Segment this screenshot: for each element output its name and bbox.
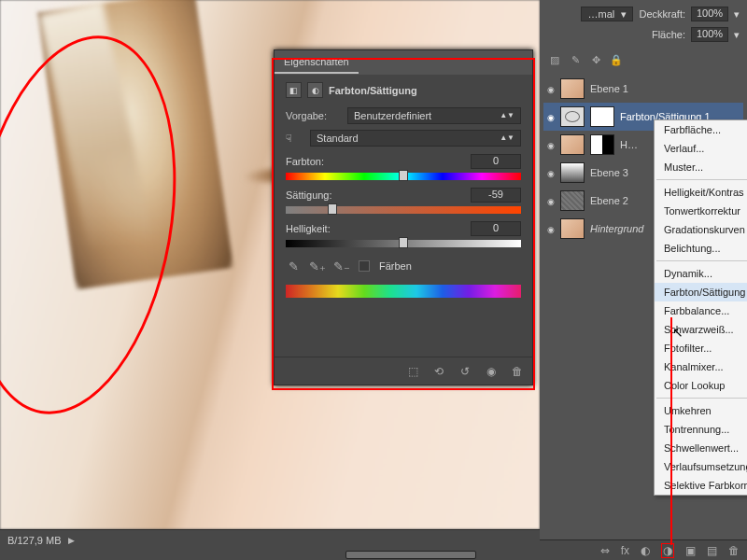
trash-icon[interactable]: 🗑	[728, 544, 740, 557]
menu-item[interactable]: Schwellenwert...	[655, 439, 747, 457]
mask-add-icon[interactable]: ◐	[641, 544, 650, 557]
adjustment-context-menu[interactable]: Farbfläche...Verlauf...Muster...Helligke…	[654, 119, 747, 496]
visibility-icon[interactable]	[547, 223, 555, 234]
adjustment-layer-icon[interactable]: ◑	[661, 543, 674, 558]
lightness-label: Helligkeit:	[286, 223, 331, 234]
doc-info: B/127,9 MB	[7, 535, 61, 546]
layer-thumb	[560, 78, 585, 99]
panel-title: Farbton/Sättigung	[329, 85, 417, 96]
blend-mode-select[interactable]: …mal ▾	[581, 7, 633, 21]
hue-slider[interactable]	[286, 173, 521, 180]
menu-item[interactable]: Kanalmixer...	[655, 357, 747, 376]
trash-icon[interactable]: 🗑	[510, 364, 525, 379]
lightness-input[interactable]: 0	[471, 221, 521, 236]
mask-thumb[interactable]	[590, 106, 614, 127]
eyedropper-subtract-icon[interactable]: ✎₋	[334, 259, 349, 273]
menu-item[interactable]: Gradationskurven	[655, 220, 747, 239]
layer-thumb	[560, 134, 585, 155]
menu-item[interactable]: Tontrennung...	[655, 420, 747, 439]
preset-select[interactable]: Benutzerdefiniert ▲▼	[347, 107, 521, 124]
layers-bottom-bar: ⇔ fx ◐ ◑ ▣ ▤ 🗑	[540, 539, 747, 560]
preset-label: Vorgabe:	[286, 110, 342, 121]
chevron-down-icon: ▲▼	[500, 134, 514, 142]
preset-value: Benutzerdefiniert	[354, 110, 431, 121]
menu-item[interactable]: Color Lookup	[655, 376, 747, 395]
menu-item[interactable]: Farbton/Sättigung	[655, 283, 747, 301]
range-select[interactable]: Standard ▲▼	[310, 130, 521, 147]
lock-icon[interactable]: ▨	[547, 52, 562, 67]
adjustment-icon: ◧	[286, 82, 302, 98]
layer-row[interactable]: Ebene 1	[543, 75, 743, 103]
menu-separator	[656, 179, 747, 180]
visibility-icon[interactable]	[547, 167, 555, 178]
fill-input[interactable]: 100%	[691, 27, 728, 42]
lightness-knob[interactable]	[399, 237, 408, 248]
scrollbar-thumb[interactable]	[345, 551, 476, 559]
eyedropper-add-icon[interactable]: ✎₊	[310, 259, 325, 273]
visibility-icon[interactable]	[547, 139, 555, 150]
link-layers-icon[interactable]: ⇔	[600, 544, 610, 557]
menu-item[interactable]: Belichtung...	[655, 239, 747, 258]
colorize-checkbox[interactable]	[359, 260, 370, 272]
finger-icon[interactable]: ☟	[286, 133, 304, 145]
status-bar: B/127,9 MB ▶	[0, 529, 540, 550]
fill-label: Fläche:	[652, 29, 685, 40]
menu-item[interactable]: Muster...	[655, 158, 747, 176]
mask-icon: ◐	[307, 82, 323, 98]
clip-icon[interactable]: ⬚	[405, 364, 420, 379]
properties-panel: Eigenschaften ◧ ◐ Farbton/Sättigung Vorg…	[274, 49, 533, 385]
colorize-label: Färben	[379, 260, 412, 272]
menu-item[interactable]: Umkehren	[655, 401, 747, 420]
chevron-down-icon: ▲▼	[500, 112, 514, 119]
menu-item[interactable]: Tonwertkorrektur	[655, 202, 747, 220]
lock-toolbar: ▨ ✎ ✥ 🔒	[540, 50, 747, 73]
visibility-icon[interactable]	[547, 111, 555, 122]
menu-item[interactable]: Farbbalance...	[655, 301, 747, 320]
visibility-icon[interactable]	[547, 83, 555, 94]
lock-all-icon[interactable]: 🔒	[609, 52, 624, 67]
menu-item[interactable]: Fotofilter...	[655, 339, 747, 357]
visibility-icon[interactable]: ◉	[484, 364, 499, 379]
chevron-down-icon[interactable]: ▾	[734, 8, 740, 21]
horizontal-scrollbar[interactable]	[0, 550, 540, 560]
brush-icon[interactable]: ✎	[568, 52, 583, 67]
folder-icon[interactable]: ▣	[685, 544, 696, 557]
menu-item[interactable]: Selektive Farbkorr	[655, 476, 747, 495]
blend-mode-value: …mal	[587, 8, 614, 20]
hue-input[interactable]: 0	[471, 154, 521, 169]
lightness-slider[interactable]	[286, 240, 521, 247]
menu-item[interactable]: Farbfläche...	[655, 120, 747, 139]
layer-thumb	[560, 106, 585, 127]
saturation-input[interactable]: -59	[471, 188, 521, 203]
link-icon[interactable]: ⟲	[431, 364, 446, 379]
menu-item[interactable]: Dynamik...	[655, 264, 747, 283]
play-icon[interactable]: ▶	[68, 536, 75, 545]
reset-icon[interactable]: ↺	[458, 364, 472, 379]
hue-knob[interactable]	[399, 170, 408, 181]
saturation-slider[interactable]	[286, 206, 521, 214]
chevron-down-icon[interactable]: ▾	[734, 29, 740, 41]
menu-separator	[656, 260, 747, 261]
eyedropper-icon[interactable]: ✎	[286, 259, 301, 273]
menu-item[interactable]: Verlaufsumsetzung	[655, 457, 747, 476]
layer-thumb	[560, 218, 585, 239]
layer-thumb	[560, 190, 585, 211]
visibility-icon[interactable]	[547, 195, 555, 206]
move-icon[interactable]: ✥	[588, 52, 603, 67]
mask-thumb[interactable]	[590, 134, 614, 155]
properties-tab[interactable]: Eigenschaften	[275, 50, 359, 74]
new-layer-icon[interactable]: ▤	[707, 544, 717, 557]
opacity-label: Deckkraft:	[639, 8, 685, 20]
saturation-label: Sättigung:	[286, 189, 332, 201]
range-value: Standard	[317, 133, 359, 144]
chevron-down-icon: ▾	[621, 8, 627, 21]
layer-thumb	[560, 162, 585, 183]
menu-item[interactable]: Verlauf...	[655, 139, 747, 158]
layer-name[interactable]: Ebene 1	[590, 83, 740, 94]
fx-icon[interactable]: fx	[621, 544, 629, 557]
menu-item[interactable]: Schwarzweiß...	[655, 320, 747, 339]
saturation-knob[interactable]	[328, 203, 337, 215]
menu-separator	[656, 398, 747, 399]
menu-item[interactable]: Helligkeit/Kontras	[655, 183, 747, 202]
opacity-input[interactable]: 100%	[691, 7, 728, 21]
